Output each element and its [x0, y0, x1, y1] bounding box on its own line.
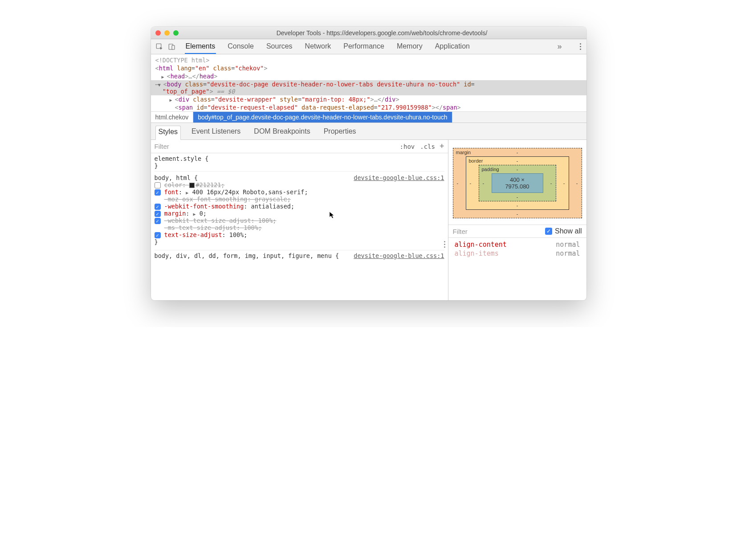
rule-body-div-etc[interactable]: body, div, dl, dd, form, img, input, fig…	[155, 250, 444, 261]
style-rules-list[interactable]: element.style { } body, html { devsite-g…	[151, 153, 448, 266]
subtab-dom-breakpoints[interactable]: DOM Breakpoints	[251, 126, 313, 139]
tabs-overflow-icon[interactable]: »	[554, 42, 564, 51]
source-link[interactable]: devsite-google-blue.css:1	[354, 174, 444, 181]
computed-filter-bar: Filter Show all	[448, 225, 586, 238]
main-tabs: Elements Console Sources Network Perform…	[185, 39, 552, 54]
rule-selector[interactable]: element.style {	[155, 155, 209, 162]
toggle-cls-button[interactable]: .cls	[420, 143, 435, 150]
traffic-lights	[155, 30, 179, 36]
doctype-text: <!DOCTYPE html>	[155, 57, 210, 64]
dom-breadcrumb: html.chekov body#top_of_page.devsite-doc…	[151, 111, 586, 123]
dom-tree[interactable]: <!DOCTYPE html> <html lang="en" class="c…	[151, 54, 586, 111]
computed-pane: margin - - - - border - - - - padding	[448, 140, 586, 300]
decl-color[interactable]: color: #212121;	[155, 181, 444, 188]
settings-menu-icon[interactable]	[578, 43, 583, 50]
computed-properties-list[interactable]: align-content normal align-items normal	[448, 238, 586, 261]
dom-line-div[interactable]: <div class="devsite-wrapper" style="marg…	[151, 95, 586, 103]
decl-font[interactable]: font: ▶ 400 16px/24px Roboto,sans-serif;	[155, 188, 444, 196]
toggle-hov-button[interactable]: :hov	[400, 143, 415, 150]
styles-pane: Filter :hov .cls + element.style { } bod…	[151, 140, 448, 300]
toggle-checkbox[interactable]	[155, 204, 161, 210]
crumb-body[interactable]: body#top_of_page.devsite-doc-page.devsit…	[193, 112, 452, 123]
expand-shorthand-icon[interactable]: ▶	[186, 190, 188, 195]
device-toolbar-icon[interactable]	[167, 42, 177, 52]
toggle-checkbox[interactable]	[155, 211, 161, 217]
styles-filter-bar: Filter :hov .cls +	[151, 140, 448, 153]
crumb-html[interactable]: html.chekov	[151, 112, 194, 123]
rule-selector[interactable]: body, html {	[155, 174, 198, 181]
subtab-properties[interactable]: Properties	[321, 126, 359, 139]
dom-line-head[interactable]: <head>…</head>	[151, 72, 586, 80]
decl-webkit-smoothing[interactable]: -webkit-font-smoothing: antialiased;	[155, 203, 444, 210]
color-swatch-icon[interactable]	[189, 183, 195, 188]
subtab-event-listeners[interactable]: Event Listeners	[189, 126, 243, 139]
border-label: border	[469, 158, 483, 164]
subtab-styles[interactable]: Styles	[155, 126, 181, 140]
tab-application[interactable]: Application	[434, 39, 471, 54]
toggle-checkbox[interactable]	[155, 189, 161, 196]
expand-icon[interactable]	[162, 73, 167, 80]
decl-text-size-adjust[interactable]: text-size-adjust: 100%;	[155, 231, 444, 238]
source-link[interactable]: devsite-google-blue.css:1	[354, 252, 444, 259]
styles-filter-input[interactable]: Filter	[155, 143, 395, 150]
tab-console[interactable]: Console	[227, 39, 255, 54]
box-model[interactable]: margin - - - - border - - - - padding	[448, 140, 586, 225]
tab-sources[interactable]: Sources	[265, 39, 293, 54]
decl-ms-text-size[interactable]: -ms-text-size-adjust: 100%;	[155, 224, 444, 231]
decl-moz-smoothing[interactable]: -moz-osx-font-smoothing: grayscale;	[155, 196, 444, 203]
sidebar-tabs: Styles Event Listeners DOM Breakpoints P…	[151, 123, 586, 140]
padding-label: padding	[482, 167, 499, 172]
content-size: 400 × 7975.080	[492, 173, 543, 193]
tab-performance[interactable]: Performance	[342, 39, 385, 54]
computed-filter-input[interactable]: Filter	[453, 228, 546, 235]
tab-memory[interactable]: Memory	[396, 39, 423, 54]
computed-row[interactable]: align-content normal	[455, 241, 580, 249]
collapse-icon[interactable]	[158, 81, 163, 88]
window-title: Developer Tools - https://developers.goo…	[182, 29, 582, 37]
expand-shorthand-icon[interactable]: ▶	[193, 212, 196, 217]
dom-line-span[interactable]: <span id="devsite-request-elapsed" data-…	[151, 103, 586, 111]
expand-icon[interactable]	[170, 96, 175, 103]
new-style-rule-icon[interactable]: +	[440, 142, 444, 151]
show-all-label[interactable]: Show all	[555, 227, 582, 235]
toggle-checkbox[interactable]	[155, 182, 161, 188]
window-titlebar: Developer Tools - https://developers.goo…	[151, 27, 586, 39]
computed-row[interactable]: align-items normal	[455, 249, 580, 258]
inspect-element-icon[interactable]	[155, 42, 164, 52]
rule-body-html[interactable]: body, html { devsite-google-blue.css:1 c…	[155, 174, 444, 247]
dom-line-html[interactable]: <html lang="en" class="chekov">	[151, 64, 586, 72]
close-window-button[interactable]	[155, 30, 161, 36]
rule-element-style[interactable]: element.style { }	[155, 155, 444, 172]
rule-menu-icon[interactable]	[444, 241, 445, 248]
decl-webkit-text-size[interactable]: -webkit-text-size-adjust: 100%;	[155, 217, 444, 224]
toggle-checkbox[interactable]	[155, 232, 161, 238]
svg-rect-2	[172, 45, 175, 49]
main-tabstrip: Elements Console Sources Network Perform…	[151, 39, 586, 54]
tab-elements[interactable]: Elements	[185, 39, 216, 54]
toggle-checkbox[interactable]	[155, 218, 161, 224]
styles-split: Filter :hov .cls + element.style { } bod…	[151, 140, 586, 300]
dom-line-doctype[interactable]: <!DOCTYPE html>	[151, 56, 586, 64]
tab-network[interactable]: Network	[304, 39, 332, 54]
show-all-checkbox[interactable]	[545, 228, 552, 235]
minimize-window-button[interactable]	[164, 30, 170, 36]
zoom-window-button[interactable]	[173, 30, 179, 36]
devtools-window: Developer Tools - https://developers.goo…	[151, 27, 586, 300]
decl-margin[interactable]: margin: ▶ 0;	[155, 210, 444, 217]
rule-selector[interactable]: body, div, dl, dd, form, img, input, fig…	[155, 252, 339, 259]
margin-label: margin	[456, 150, 471, 155]
dom-line-body-selected[interactable]: ⋯<body class="devsite-doc-page devsite-h…	[151, 80, 586, 95]
